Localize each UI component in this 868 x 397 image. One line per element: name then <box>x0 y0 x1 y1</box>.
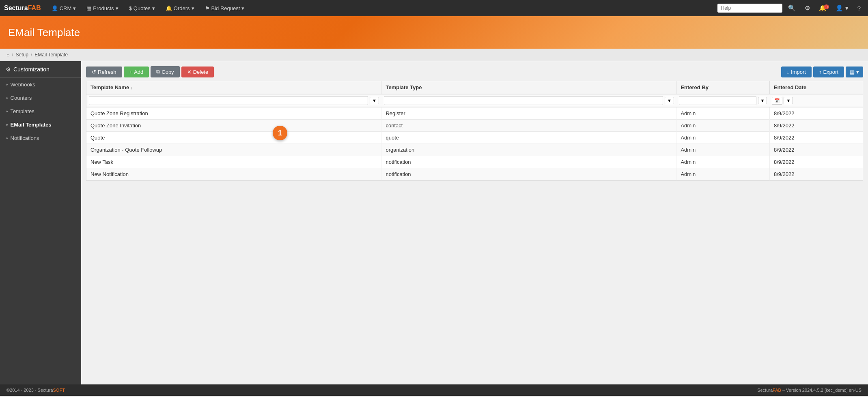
sidebar-item-notifications-label: Notifications <box>11 135 39 141</box>
export-button[interactable]: ↑ Export <box>813 67 844 77</box>
main-layout: ⚙ Customization » Webhooks » Counters » … <box>0 61 868 384</box>
table-header-row: Template Name ↓ Template Type Entered By… <box>86 81 863 94</box>
cell-type-0: Register <box>381 107 676 120</box>
cell-type-3: organization <box>381 144 676 156</box>
nav-orders[interactable]: 🔔 Orders ▾ <box>162 0 198 16</box>
columns-arrow-icon: ▾ <box>856 69 859 75</box>
settings-icon[interactable]: ⚙ <box>801 4 813 12</box>
cell-name-2: Quote <box>86 132 381 144</box>
breadcrumb-home[interactable]: ⌂ <box>6 52 9 58</box>
col-header-entered-date[interactable]: Entered Date <box>769 81 863 94</box>
templates-arrow-icon: » <box>6 109 8 114</box>
breadcrumb: ⌂ / Setup / EMail Template <box>0 49 868 61</box>
help-search-input[interactable] <box>717 4 782 13</box>
sidebar-item-templates[interactable]: » Templates <box>0 105 81 118</box>
footer-brand-highlight: SOFT <box>53 388 65 393</box>
nav-quotes[interactable]: $ Quotes ▾ <box>125 0 159 16</box>
delete-button[interactable]: ✕ Delete <box>181 67 214 77</box>
filter-cell-name: ▼ <box>86 94 381 107</box>
cell-entered-by-3: Admin <box>676 144 770 156</box>
columns-button[interactable]: ▦ ▾ <box>846 67 863 77</box>
filter-btn-name[interactable]: ▼ <box>370 97 379 104</box>
breadcrumb-current: EMail Template <box>34 52 68 58</box>
table-row[interactable]: Quote quote Admin 8/9/2022 <box>86 132 863 144</box>
nav-products[interactable]: ▦ Products ▾ <box>82 0 122 16</box>
table-scroll-area[interactable]: Template Name ↓ Template Type Entered By… <box>86 81 863 180</box>
help-icon[interactable]: ? <box>854 5 864 12</box>
copy-button[interactable]: ⧉ Copy <box>151 66 179 77</box>
sidebar-item-webhooks[interactable]: » Webhooks <box>0 78 81 91</box>
table-row[interactable]: Quote Zone Registration Register Admin 8… <box>86 107 863 120</box>
webhooks-arrow-icon: » <box>6 82 8 87</box>
sidebar-item-counters[interactable]: » Counters <box>0 91 81 105</box>
email-templates-arrow-icon: » <box>6 122 8 127</box>
brand-logo[interactable]: SecturaFAB <box>4 4 41 12</box>
sidebar-item-notifications[interactable]: » Notifications <box>0 131 81 145</box>
filter-cell-entered-by: ▼ <box>676 94 770 107</box>
nav-quotes-label: Quotes <box>134 5 151 11</box>
col-header-type[interactable]: Template Type <box>381 81 676 94</box>
content-area: ↺ Refresh + Add 1 ⧉ Copy ✕ Delete ↓ Impo… <box>81 61 868 384</box>
cell-entered-by-4: Admin <box>676 156 770 168</box>
col-header-entered-by[interactable]: Entered By <box>676 81 770 94</box>
counters-arrow-icon: » <box>6 96 8 100</box>
table-row[interactable]: New Task notification Admin 8/9/2022 <box>86 156 863 168</box>
step-badge: 1 <box>273 126 287 140</box>
filter-cell-type: ▼ <box>381 94 676 107</box>
cell-entered-date-4: 8/9/2022 <box>769 156 863 168</box>
delete-label: Delete <box>193 69 209 75</box>
sidebar-title-label: Customization <box>13 66 50 73</box>
col-type-label: Template Type <box>386 84 422 90</box>
sidebar-item-templates-label: Templates <box>11 108 34 114</box>
col-entered-by-label: Entered By <box>681 84 709 90</box>
cell-entered-by-5: Admin <box>676 168 770 180</box>
cell-entered-by-1: Admin <box>676 120 770 132</box>
products-arrow-icon: ▾ <box>116 5 118 11</box>
refresh-button[interactable]: ↺ Refresh <box>86 67 122 77</box>
breadcrumb-setup[interactable]: Setup <box>16 52 28 58</box>
filter-input-type[interactable] <box>384 96 663 105</box>
col-name-sort-icon: ↓ <box>131 85 133 90</box>
import-label: Import <box>791 69 806 75</box>
cell-name-5: New Notification <box>86 168 381 180</box>
filter-btn-type[interactable]: ▼ <box>665 97 674 104</box>
filter-input-entered-by[interactable] <box>679 96 756 105</box>
col-header-name[interactable]: Template Name ↓ <box>86 81 381 94</box>
breadcrumb-sep-2: / <box>31 52 32 58</box>
sidebar: ⚙ Customization » Webhooks » Counters » … <box>0 61 81 384</box>
date-picker-btn[interactable]: 📅 <box>772 97 782 105</box>
bid-arrow-icon: ▾ <box>241 5 244 11</box>
table-row[interactable]: Quote Zone Invitation contact Admin 8/9/… <box>86 120 863 132</box>
user-icon[interactable]: 👤 ▾ <box>832 4 851 12</box>
brand-highlight: FAB <box>28 4 41 11</box>
refresh-label: Refresh <box>98 69 116 75</box>
export-icon: ↑ <box>819 69 822 75</box>
footer-left: ©2014 - 2023 - SecturaSOFT <box>6 388 65 393</box>
import-button[interactable]: ↓ Import <box>781 67 812 77</box>
cell-entered-by-2: Admin <box>676 132 770 144</box>
customization-icon: ⚙ <box>6 66 11 73</box>
quotes-icon: $ <box>129 5 132 11</box>
table-row[interactable]: New Notification notification Admin 8/9/… <box>86 168 863 180</box>
notification-badge: 0 <box>824 4 829 9</box>
table-row[interactable]: Organization - Quote Followup organizati… <box>86 144 863 156</box>
nav-bid-request[interactable]: ⚑ Bid Request ▾ <box>201 0 249 16</box>
nav-bid-label: Bid Request <box>211 5 240 11</box>
filter-input-name[interactable] <box>89 96 368 105</box>
date-filter-btn[interactable]: ▼ <box>784 97 793 104</box>
cell-type-2: quote <box>381 132 676 144</box>
bell-icon[interactable]: 🔔 0 <box>816 4 830 12</box>
sidebar-title: ⚙ Customization <box>0 61 81 78</box>
sidebar-item-email-templates[interactable]: » EMail Templates <box>0 118 81 131</box>
import-icon: ↓ <box>787 69 790 75</box>
cell-type-1: contact <box>381 120 676 132</box>
copy-icon: ⧉ <box>156 69 160 75</box>
col-entered-date-label: Entered Date <box>774 84 806 90</box>
page-header: EMail Template <box>0 16 868 49</box>
crm-icon: 👤 <box>52 5 58 11</box>
search-icon[interactable]: 🔍 <box>785 4 799 12</box>
add-button[interactable]: + Add <box>124 67 149 77</box>
filter-btn-entered-by[interactable]: ▼ <box>758 97 767 104</box>
cell-entered-date-3: 8/9/2022 <box>769 144 863 156</box>
nav-crm[interactable]: 👤 CRM ▾ <box>47 0 80 16</box>
